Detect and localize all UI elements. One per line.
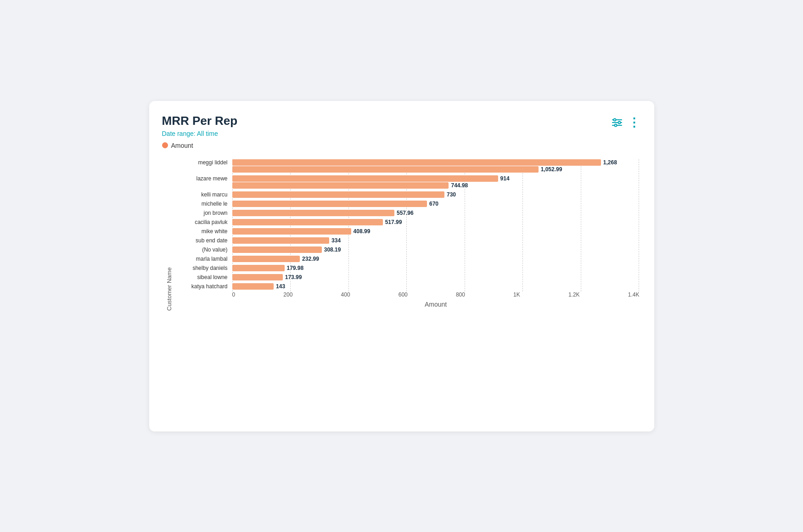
bar-row: 308.19: [232, 246, 640, 253]
bar-row: 143: [232, 283, 640, 290]
y-label-group: katya hatchard: [173, 283, 228, 290]
bar-fill: [232, 166, 539, 173]
bar-row: 557.96: [232, 210, 640, 216]
x-tick: 200: [283, 291, 292, 298]
bar-fill: [232, 201, 427, 207]
bar-row-group: 730: [232, 191, 640, 198]
y-axis-label: Customer Name: [162, 159, 173, 419]
y-label: kelli marcu: [173, 191, 228, 198]
bar-row-group: 173.99: [232, 274, 640, 280]
bar-row: 179.98: [232, 265, 640, 271]
bar-row: 670: [232, 201, 640, 207]
bar-row: 744.98: [232, 182, 640, 189]
y-label-group: mike white: [173, 228, 228, 235]
mrr-per-rep-card: MRR Per Rep Date range: All time Amount …: [149, 101, 654, 431]
bar-value: 1,268: [603, 159, 617, 166]
y-label-spacer: .: [173, 166, 228, 173]
bar-value: 744.98: [451, 182, 468, 189]
y-label: cacilia pavluk: [173, 219, 228, 225]
chart-area: Customer Name meggi liddel.lazare mewe.k…: [162, 159, 640, 419]
bar-value: 232.99: [302, 256, 319, 262]
y-label: sub end date: [173, 237, 228, 244]
bar-fill: [232, 175, 498, 182]
y-label-group: (No value): [173, 246, 228, 253]
bars-area: 1,2681,052.99914744.98730670557.96517.99…: [232, 159, 640, 291]
chart-inner: meggi liddel.lazare mewe.kelli marcumich…: [173, 159, 640, 419]
bar-row-group: 670: [232, 201, 640, 207]
bar-row-group: 308.19: [232, 246, 640, 253]
y-label: lazare mewe: [173, 175, 228, 182]
x-tick: 0: [232, 291, 236, 298]
x-tick: 600: [399, 291, 408, 298]
bar-row: 914: [232, 175, 640, 182]
bar-row-group: 914744.98: [232, 175, 640, 189]
legend-label: Amount: [171, 142, 193, 149]
svg-point-5: [614, 124, 617, 127]
y-label-group: lazare mewe.: [173, 175, 228, 189]
bar-row: 730: [232, 191, 640, 198]
bar-value: 179.98: [287, 265, 304, 271]
y-label-group: sibeal lowne: [173, 274, 228, 280]
bar-value: 517.99: [385, 219, 402, 225]
bar-row: 173.99: [232, 274, 640, 280]
x-ticks: 02004006008001K1.2K1.4K: [232, 291, 640, 298]
bar-value: 557.96: [397, 210, 414, 216]
y-label: jon brown: [173, 210, 228, 216]
svg-point-3: [613, 119, 616, 121]
y-label-group: jon brown: [173, 210, 228, 216]
header-icons: ⋮: [612, 116, 640, 130]
bar-value: 173.99: [285, 274, 302, 280]
bar-value: 1,052.99: [541, 166, 562, 173]
x-axis: 02004006008001K1.2K1.4K Amount: [232, 291, 640, 308]
bar-row: 334: [232, 237, 640, 244]
x-tick: 1K: [513, 291, 520, 298]
bar-fill: [232, 246, 322, 253]
date-range: Date range: All time: [162, 130, 238, 137]
filter-icon[interactable]: [612, 118, 623, 127]
bar-rows: 1,2681,052.99914744.98730670557.96517.99…: [232, 159, 640, 291]
y-label-group: meggi liddel.: [173, 159, 228, 173]
bar-value: 308.19: [324, 246, 341, 253]
bar-row: 232.99: [232, 256, 640, 262]
y-label: marla lambal: [173, 256, 228, 262]
bar-fill: [232, 159, 601, 166]
bar-fill: [232, 237, 330, 244]
bar-value: 334: [331, 237, 341, 244]
y-label-group: cacilia pavluk: [173, 219, 228, 225]
y-label-group: kelli marcu: [173, 191, 228, 198]
bar-value: 143: [276, 283, 285, 290]
bar-row-group: 1,2681,052.99: [232, 159, 640, 173]
bar-fill: [232, 210, 395, 216]
y-label: mike white: [173, 228, 228, 235]
bar-row-group: 517.99: [232, 219, 640, 225]
legend-dot: [162, 142, 168, 148]
bar-value: 670: [429, 201, 438, 207]
bar-fill: [232, 191, 445, 198]
x-tick: 800: [456, 291, 465, 298]
y-label: michelle le: [173, 201, 228, 207]
x-tick: 1.4K: [628, 291, 640, 298]
y-label-spacer: .: [173, 182, 228, 189]
bar-row: 517.99: [232, 219, 640, 225]
bar-fill: [232, 182, 449, 189]
bar-fill: [232, 219, 383, 225]
bar-row: 1,052.99: [232, 166, 640, 173]
bar-fill: [232, 256, 300, 262]
y-label-group: marla lambal: [173, 256, 228, 262]
bar-value: 408.99: [354, 228, 371, 235]
bar-row-group: 179.98: [232, 265, 640, 271]
rows-wrapper: meggi liddel.lazare mewe.kelli marcumich…: [173, 159, 640, 291]
x-tick: 1.2K: [568, 291, 580, 298]
y-label-group: sub end date: [173, 237, 228, 244]
x-axis-area: 02004006008001K1.2K1.4K Amount: [173, 291, 640, 308]
y-label: meggi liddel: [173, 159, 228, 166]
bar-fill: [232, 274, 283, 280]
y-label: katya hatchard: [173, 283, 228, 290]
more-icon[interactable]: ⋮: [628, 116, 640, 130]
bar-value: 730: [447, 191, 456, 198]
bar-row-group: 143: [232, 283, 640, 290]
x-axis-label: Amount: [232, 301, 640, 308]
y-label: (No value): [173, 246, 228, 253]
bar-fill: [232, 283, 274, 290]
y-labels: meggi liddel.lazare mewe.kelli marcumich…: [173, 159, 232, 291]
